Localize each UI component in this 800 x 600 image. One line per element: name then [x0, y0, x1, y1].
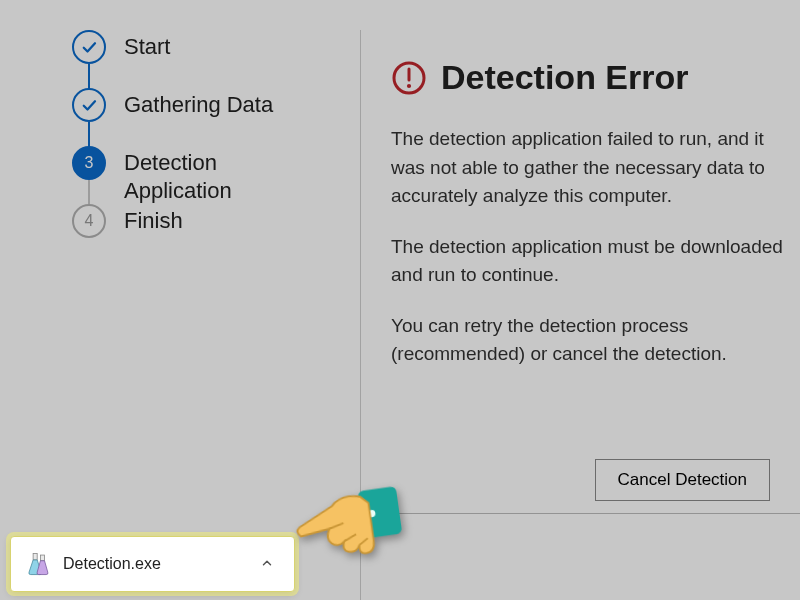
chevron-up-icon[interactable] [254, 550, 280, 579]
button-row: Cancel Detection [391, 459, 800, 501]
step-gathering-data[interactable]: Gathering Data [72, 88, 320, 146]
step-label: Gathering Data [124, 88, 273, 119]
step-label: Finish [124, 204, 183, 235]
svg-rect-3 [33, 553, 37, 560]
cancel-detection-button[interactable]: Cancel Detection [595, 459, 770, 501]
check-icon [72, 30, 106, 64]
step-finish[interactable]: 4 Finish [72, 204, 320, 262]
svg-point-2 [407, 83, 411, 87]
error-paragraph-1: The detection application failed to run,… [391, 125, 800, 211]
flask-icon [25, 551, 51, 577]
alert-icon [391, 60, 427, 96]
error-paragraph-2: The detection application must be downlo… [391, 233, 800, 290]
svg-rect-4 [40, 555, 44, 561]
check-icon [72, 88, 106, 122]
step-label: Detection Application [124, 146, 304, 204]
step-number-icon: 4 [72, 204, 106, 238]
download-filename: Detection.exe [63, 555, 242, 573]
pointing-hand-icon [283, 459, 407, 583]
wizard-page: Start Gathering Data 3 Detection Applica… [0, 0, 800, 600]
step-detection-application[interactable]: 3 Detection Application [72, 146, 320, 204]
step-number-icon: 3 [72, 146, 106, 180]
wizard-steps: Start Gathering Data 3 Detection Applica… [72, 30, 320, 262]
title-row: Detection Error [391, 58, 800, 97]
divider [391, 513, 800, 514]
step-label: Start [124, 30, 170, 61]
error-paragraph-3: You can retry the detection process (rec… [391, 312, 800, 369]
wizard-content: Detection Error The detection applicatio… [360, 30, 800, 600]
step-start[interactable]: Start [72, 30, 320, 88]
page-title: Detection Error [441, 58, 689, 97]
download-item[interactable]: Detection.exe [10, 536, 295, 592]
